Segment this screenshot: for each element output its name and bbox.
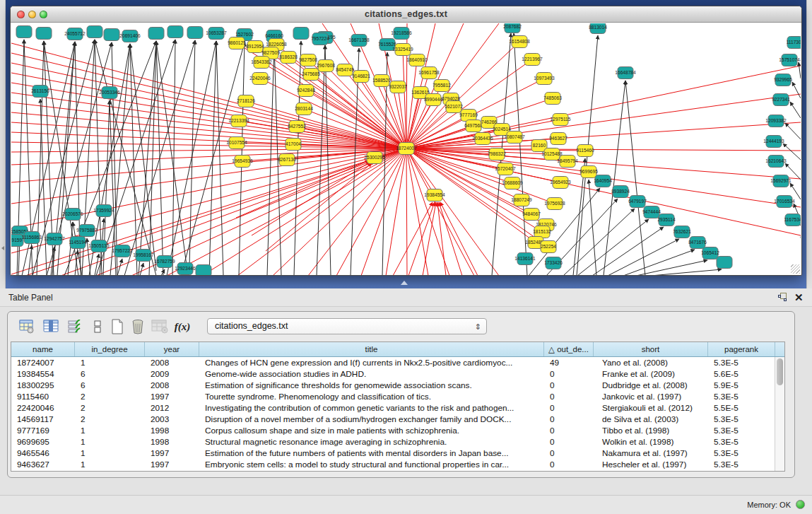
new-column-icon[interactable] (108, 317, 126, 336)
network-node[interactable] (104, 29, 119, 41)
scrollbar-thumb[interactable] (777, 358, 783, 385)
network-node[interactable]: 16671358 (348, 35, 370, 47)
network-node[interactable]: 2087682 (503, 23, 522, 33)
window-resize-grip[interactable] (791, 264, 800, 274)
network-node[interactable]: 7485063 (543, 93, 562, 105)
float-panel-icon[interactable] (778, 293, 787, 302)
network-node[interactable]: 24055712 (64, 28, 86, 40)
table-row[interactable]: 946362711997Embryonic stem cells: a mode… (11, 459, 784, 470)
network-node[interactable]: 12444193 (763, 136, 784, 148)
network-node[interactable]: 19654923 (550, 177, 571, 189)
network-node[interactable]: 8990444 (424, 94, 442, 106)
network-node[interactable] (293, 28, 309, 40)
table-row[interactable]: 969969511998Structural magnetic resonanc… (11, 436, 784, 448)
network-node[interactable]: 10107554 (226, 137, 247, 149)
network-node[interactable]: 7632621 (673, 226, 691, 238)
network-node[interactable]: 20364436 (472, 133, 493, 145)
network-node[interactable]: 18495794 (557, 156, 578, 168)
table-select-combobox[interactable]: citations_edges.txt ⇕ (207, 318, 487, 334)
network-node[interactable]: 19384554 (424, 189, 445, 201)
network-node[interactable]: 19958167 (133, 250, 154, 262)
network-node[interactable]: 8186328 (279, 52, 298, 64)
window-titlebar[interactable]: citations_edges.txt (11, 6, 801, 23)
network-node[interactable]: 2475685 (302, 69, 320, 81)
network-node[interactable]: 12975115 (551, 114, 571, 126)
network-node[interactable]: 20053346 (99, 87, 120, 99)
close-panel-icon[interactable]: ✕ (794, 291, 804, 304)
network-node[interactable]: 8938924 (611, 186, 630, 198)
table-mode-icon[interactable] (18, 317, 36, 336)
network-node[interactable]: 97975887 (76, 225, 98, 237)
network-node[interactable]: 20691406 (119, 30, 141, 42)
network-node[interactable]: 7955812 (433, 80, 451, 92)
network-node[interactable]: 13505135 (88, 240, 110, 252)
network-node[interactable]: 6479197 (628, 196, 647, 208)
network-node[interactable]: 12942757 (44, 233, 65, 245)
network-node[interactable]: 9777169 (459, 110, 478, 122)
network-node[interactable]: 10973493 (534, 73, 555, 85)
network-node[interactable]: 10688609 (502, 177, 523, 189)
network-node[interactable]: 9474444 (642, 206, 661, 218)
network-node[interactable]: 9827508 (299, 54, 317, 66)
network-node[interactable]: 11156863 (22, 232, 42, 244)
table-row[interactable]: 1456911722003Disruption of a novel membe… (11, 414, 784, 425)
network-node[interactable]: 2718126 (237, 95, 255, 107)
network-node[interactable] (187, 27, 203, 39)
network-node[interactable]: 12923446 (175, 263, 196, 275)
network-canvas[interactable]: 2405571220691406106532871527602646616010… (11, 23, 801, 276)
column-header-year[interactable]: year (145, 342, 199, 356)
network-node[interactable]: 8471676 (688, 237, 707, 249)
table-row[interactable]: 1872400712008Changes of HCN gene express… (11, 357, 784, 368)
network-node[interactable]: 16210643 (765, 156, 787, 168)
column-header-in_degree[interactable]: in_degree (75, 342, 145, 356)
network-node[interactable]: 16961758 (418, 67, 440, 79)
column-header-short[interactable]: short (594, 342, 708, 356)
table-row[interactable]: 1830029562008Estimation of significance … (11, 380, 784, 391)
network-node[interactable]: 1815132 (533, 226, 551, 238)
network-node[interactable] (148, 28, 164, 40)
network-node[interactable]: 417004 (286, 139, 301, 151)
network-node[interactable]: 15720407 (495, 163, 516, 175)
network-node[interactable]: 9115460 (576, 145, 594, 157)
network-node[interactable]: 9484067 (522, 209, 541, 221)
network-node[interactable]: 8813014 (589, 23, 607, 34)
vertical-scrollbar[interactable] (775, 357, 784, 471)
network-node[interactable]: 1733426 (544, 257, 563, 269)
table-row[interactable]: 977716911998Corpus callosum shape and si… (11, 425, 784, 436)
network-node[interactable] (196, 265, 211, 276)
memory-status-indicator[interactable] (796, 500, 805, 509)
network-node[interactable]: 9699695 (579, 166, 598, 178)
network-node[interactable]: 16648784 (615, 67, 636, 79)
network-node[interactable]: 1167534 (784, 214, 801, 226)
function-builder-icon[interactable]: f(x) (173, 317, 192, 336)
network-node[interactable]: 1065412 (701, 247, 719, 259)
network-node[interactable]: 9463627 (549, 133, 567, 145)
column-header-title[interactable]: title (199, 342, 544, 356)
network-node[interactable]: 252254 (541, 241, 556, 253)
network-node[interactable]: 10653287 (206, 28, 227, 40)
network-node[interactable]: 15751074 (779, 54, 800, 66)
network-node[interactable]: 10807487 (504, 132, 525, 144)
network-node[interactable]: 9242848 (297, 85, 315, 97)
network-node[interactable]: 2613150 (31, 86, 49, 98)
network-node[interactable]: 9146821 (352, 71, 370, 83)
network-node[interactable]: 12213967 (522, 54, 543, 66)
column-header-pagerank[interactable]: pagerank (708, 342, 775, 356)
network-hub-node[interactable]: 18724007 (396, 143, 417, 155)
network-node[interactable]: 6497568 (464, 120, 483, 132)
network-node[interactable]: 1621072 (445, 101, 463, 113)
network-node[interactable]: 17359924 (93, 205, 114, 217)
network-node[interactable]: 9329965 (774, 74, 792, 86)
table-row[interactable]: 1938455462009Genome-wide association stu… (11, 368, 784, 380)
network-node[interactable]: 7986322 (488, 148, 506, 160)
network-node[interactable]: 12093382 (765, 115, 787, 127)
network-node[interactable]: 18807249 (511, 194, 532, 206)
network-node[interactable] (717, 257, 732, 269)
network-node[interactable]: 14136141 (514, 253, 536, 265)
network-node[interactable]: 22420046 (249, 73, 271, 85)
delete-column-icon[interactable] (129, 317, 147, 336)
network-node[interactable]: 2935114 (657, 214, 676, 226)
network-node[interactable]: 13325419 (392, 44, 413, 56)
network-node[interactable]: 9860125 (228, 37, 246, 49)
network-node[interactable]: 1640954 (594, 175, 612, 187)
